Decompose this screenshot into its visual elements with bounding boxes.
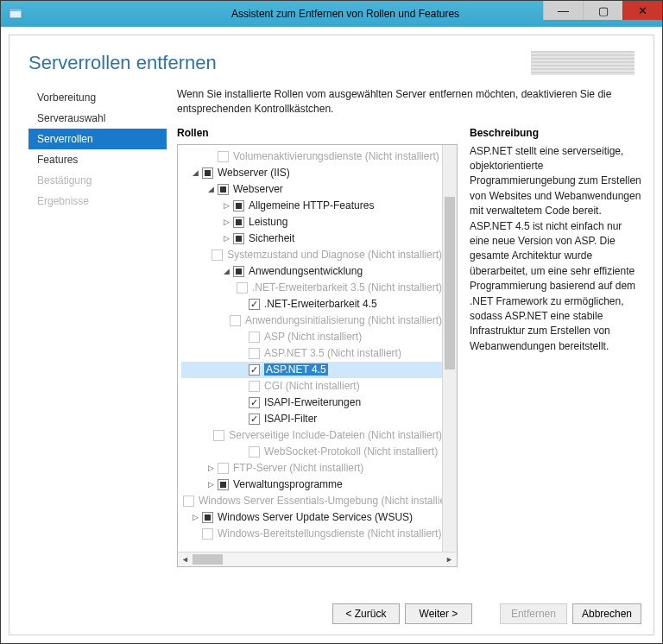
description-column: Beschreibung ASP.NET stellt eine servers… — [470, 127, 641, 567]
sidebar-step-3[interactable]: Features — [28, 149, 167, 170]
tree-item-label: CGI (Nicht installiert) — [264, 380, 360, 392]
tree-row: Anwendungsinitialisierung (Nicht install… — [181, 313, 442, 329]
expand-icon[interactable]: ▷ — [221, 200, 231, 211]
tree-checkbox — [249, 381, 260, 392]
tree-row[interactable]: ▷Leistung — [181, 214, 442, 230]
tree-row[interactable]: ▷Windows Server Update Services (WSUS) — [181, 509, 442, 526]
hscroll-track[interactable] — [193, 552, 442, 566]
sidebar-step-0[interactable]: Vorbereitung — [28, 87, 167, 108]
hscroll-left-button[interactable]: ◄ — [178, 552, 193, 566]
expand-icon[interactable]: ▷ — [190, 512, 200, 522]
vertical-scrollbar-thumb[interactable] — [445, 197, 455, 369]
tree-checkbox[interactable] — [233, 200, 244, 212]
tree-item-label: ASP.NET 3.5 (Nicht installiert) — [264, 347, 401, 359]
tree-row[interactable]: ISAPI-Erweiterungen — [181, 395, 442, 411]
tree-checkbox[interactable] — [218, 479, 229, 490]
header-area: Serverrollen entfernen — [9, 35, 654, 84]
tree-row: ASP (Nicht installiert) — [181, 329, 442, 345]
tree-item-label: ASP.NET 4.5 — [264, 363, 328, 376]
expand-icon[interactable]: ▷ — [221, 233, 231, 243]
page-title: Serverrollen entfernen — [28, 52, 217, 74]
tree-checkbox[interactable] — [233, 266, 244, 277]
tree-item-label: WebSocket-Protokoll (Nicht installiert) — [264, 445, 438, 458]
collapse-icon[interactable]: ◢ — [190, 167, 200, 178]
sidebar-step-1[interactable]: Serverauswahl — [28, 108, 167, 129]
tree-checkbox — [183, 496, 194, 507]
body-area: VorbereitungServerauswahlServerrollenFea… — [9, 84, 654, 593]
tree-item-label: ASP (Nicht installiert) — [264, 331, 362, 343]
tree-item-label: Allgemeine HTTP-Features — [249, 199, 374, 212]
tree-row[interactable]: ISAPI-Filter — [181, 411, 442, 427]
sidebar-step-5: Ergebnisse — [28, 191, 167, 212]
tree-item-label: Anwendungsentwicklung — [249, 265, 363, 277]
tree-checkbox[interactable] — [249, 397, 260, 408]
tree-checkbox[interactable] — [249, 414, 260, 425]
instruction-text: Wenn Sie installierte Rollen vom ausgewä… — [177, 87, 630, 117]
cancel-button[interactable]: Abbrechen — [572, 603, 641, 624]
next-button[interactable]: Weiter > — [405, 603, 472, 624]
collapse-icon[interactable]: ◢ — [221, 266, 231, 276]
tree-item-label: Windows Server Update Services (WSUS) — [218, 511, 413, 523]
collapse-icon[interactable]: ◢ — [205, 184, 216, 194]
tree-checkbox — [249, 348, 260, 359]
tree-checkbox — [237, 282, 248, 294]
tree-checkbox[interactable] — [202, 512, 213, 523]
svg-rect-1 — [9, 9, 22, 11]
tree-checkbox — [218, 151, 229, 162]
tree-row: ASP.NET 3.5 (Nicht installiert) — [181, 345, 442, 362]
destination-server-blurred — [531, 51, 635, 75]
tree-row[interactable]: ▷Allgemeine HTTP-Features — [181, 198, 442, 214]
vertical-scrollbar[interactable] — [442, 145, 457, 552]
tree-row: Windows-Bereitstellungsdienste (Nicht in… — [181, 526, 442, 542]
tree-checkbox[interactable] — [233, 217, 244, 228]
tree-row: CGI (Nicht installiert) — [181, 378, 442, 395]
tree-row[interactable]: ▷Sicherheit — [181, 230, 442, 247]
tree-checkbox — [230, 315, 241, 326]
roles-heading: Rollen — [177, 127, 458, 139]
tree-item-label: Windows-Bereitstellungsdienste (Nicht in… — [218, 527, 441, 540]
tree-checkbox — [212, 249, 223, 261]
sidebar-step-2[interactable]: Serverrollen — [28, 129, 167, 149]
expand-icon[interactable]: ▷ — [205, 479, 216, 489]
wizard-inner: Serverrollen entfernen VorbereitungServe… — [9, 35, 654, 635]
tree-checkbox — [249, 331, 260, 343]
tree-row[interactable]: ◢Webserver — [181, 181, 442, 198]
wizard-footer: < Zurück Weiter > Entfernen Abbrechen — [9, 593, 654, 635]
tree-checkbox[interactable] — [249, 364, 260, 376]
expand-icon[interactable]: ▷ — [205, 463, 216, 473]
maximize-button[interactable]: ▢ — [583, 1, 622, 20]
expand-icon[interactable]: ▷ — [221, 217, 231, 227]
tree-row: WebSocket-Protokoll (Nicht installiert) — [181, 444, 442, 460]
title-bar[interactable]: Assistent zum Entfernen von Rollen und F… — [1, 1, 662, 27]
back-button[interactable]: < Zurück — [332, 603, 400, 624]
tree-item-label: Sicherheit — [249, 232, 294, 244]
roles-tree[interactable]: Volumenaktivierungsdienste (Nicht instal… — [178, 145, 442, 552]
tree-item-label: Leistung — [249, 216, 287, 228]
tree-checkbox — [202, 528, 213, 540]
tree-checkbox[interactable] — [202, 167, 213, 179]
tree-row[interactable]: ◢Anwendungsentwicklung — [181, 263, 442, 280]
tree-checkbox[interactable] — [233, 233, 244, 244]
tree-checkbox — [218, 463, 229, 474]
tree-row[interactable]: ASP.NET 4.5 — [181, 362, 442, 378]
minimize-button[interactable]: — — [543, 1, 583, 20]
tree-row[interactable]: ◢Webserver (IIS) — [181, 165, 442, 181]
remove-button[interactable]: Entfernen — [500, 603, 567, 624]
horizontal-scrollbar[interactable]: ◄ ► — [178, 552, 457, 566]
tree-checkbox[interactable] — [249, 299, 260, 310]
hscroll-right-button[interactable]: ► — [442, 552, 457, 566]
tree-item-label: Anwendungsinitialisierung (Nicht install… — [245, 314, 442, 326]
tree-row[interactable]: .NET-Erweiterbarkeit 4.5 — [181, 296, 442, 313]
main-column: Wenn Sie installierte Rollen vom ausgewä… — [167, 84, 654, 593]
tree-checkbox[interactable] — [218, 184, 229, 195]
tree-item-label: Serverseitige Include-Dateien (Nicht ins… — [229, 429, 442, 441]
tree-item-label: Webserver (IIS) — [218, 167, 290, 179]
tree-row[interactable]: ▷Verwaltungsprogramme — [181, 477, 442, 493]
tree-item-label: Systemzustand und Diagnose (Nicht instal… — [227, 249, 442, 261]
close-button[interactable]: ✕ — [622, 1, 662, 20]
description-heading: Beschreibung — [470, 127, 641, 139]
roles-tree-container: Volumenaktivierungsdienste (Nicht instal… — [177, 144, 458, 567]
tree-row: Volumenaktivierungsdienste (Nicht instal… — [181, 148, 442, 165]
hscroll-thumb[interactable] — [193, 554, 223, 565]
roles-column: Rollen Volumenaktivierungsdienste (Nicht… — [177, 127, 458, 567]
